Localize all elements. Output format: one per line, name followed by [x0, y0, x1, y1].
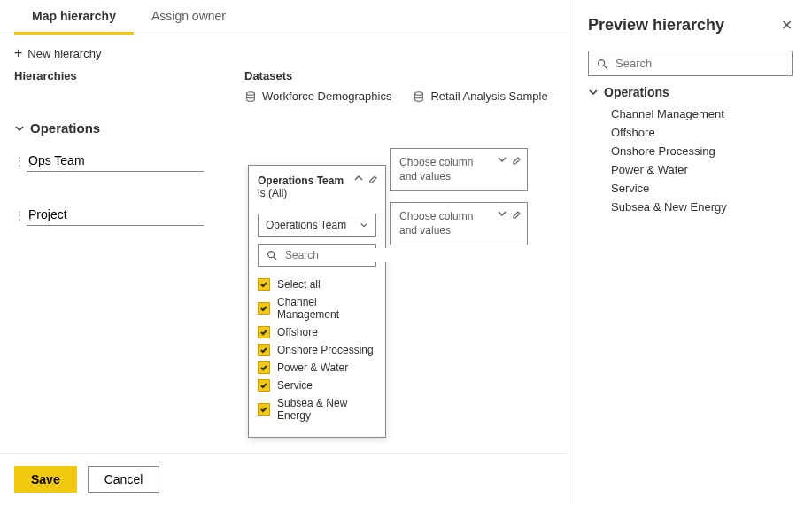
- filter-subtitle: is (All): [258, 187, 287, 199]
- choose-line2: and values: [399, 170, 451, 183]
- dataset-item[interactable]: Retail Analysis Sample: [413, 89, 547, 103]
- checkbox-icon: [258, 326, 270, 338]
- preview-search[interactable]: [588, 50, 793, 76]
- filter-option[interactable]: Service: [258, 377, 376, 394]
- column-headers: Hierarchies Datasets: [0, 66, 568, 89]
- tab-assign-owner[interactable]: Assign owner: [134, 0, 244, 35]
- drag-handle-icon[interactable]: ⋮⋮: [14, 202, 27, 221]
- filter-option[interactable]: Select all: [258, 276, 376, 293]
- hierarchy-toggle[interactable]: Operations: [14, 120, 553, 136]
- choose-line1: Choose column: [399, 210, 473, 222]
- eraser-icon[interactable]: [511, 208, 522, 219]
- dataset-item[interactable]: Workforce Demographics: [244, 89, 391, 103]
- tree-items: Channel Management Offshore Onshore Proc…: [588, 105, 793, 216]
- svg-point-4: [599, 59, 605, 66]
- tree-item[interactable]: Offshore: [588, 123, 793, 142]
- preview-panel: Preview hierarchy ✕ Operations Channel M…: [568, 0, 812, 505]
- datasets-header: Datasets: [244, 69, 292, 82]
- tree-item[interactable]: Subsea & New Energy: [588, 198, 793, 216]
- checkbox-icon: [258, 344, 270, 356]
- tree-root-toggle[interactable]: Operations: [588, 85, 793, 99]
- svg-line-3: [274, 257, 277, 260]
- dataset-icon: [413, 90, 425, 103]
- new-hierarchy-button[interactable]: + New hierarchy: [14, 46, 101, 60]
- svg-line-5: [604, 65, 607, 68]
- filter-option[interactable]: Channel Management: [258, 293, 376, 323]
- search-icon: [266, 249, 278, 261]
- choose-column-box[interactable]: Choose column and values: [390, 202, 528, 245]
- tree-item[interactable]: Channel Management: [588, 105, 793, 123]
- filter-title: Operations Team: [258, 175, 344, 187]
- choose-column-box[interactable]: Choose column and values: [390, 148, 528, 191]
- filter-option[interactable]: Power & Water: [258, 359, 376, 377]
- drag-handle-icon[interactable]: ⋮⋮: [14, 148, 27, 167]
- filter-option[interactable]: Offshore: [258, 323, 376, 341]
- svg-point-0: [247, 91, 255, 95]
- dataset-label: Workforce Demographics: [262, 89, 391, 103]
- chevron-down-icon[interactable]: [497, 154, 507, 165]
- hierarchy-name: Operations: [30, 120, 100, 136]
- filter-options-list: Select all Channel Management Offshore O…: [249, 270, 385, 437]
- search-icon: [596, 58, 608, 70]
- dataset-label: Retail Analysis Sample: [430, 89, 547, 103]
- svg-point-1: [415, 91, 423, 95]
- checkbox-icon: [258, 278, 270, 291]
- checkbox-icon: [258, 302, 270, 315]
- preview-search-input[interactable]: [614, 56, 785, 71]
- cancel-button[interactable]: Cancel: [88, 466, 160, 493]
- field-input[interactable]: [27, 202, 204, 226]
- plus-icon: +: [14, 46, 22, 60]
- checkbox-icon: [258, 379, 270, 392]
- chevron-up-icon[interactable]: [353, 173, 364, 183]
- tab-map-hierarchy[interactable]: Map hierarchy: [14, 0, 134, 35]
- tree-root-label: Operations: [604, 85, 669, 99]
- checkbox-icon: [258, 403, 270, 416]
- hierarchies-header: Hierarchies: [14, 69, 244, 82]
- filter-option[interactable]: Onshore Processing: [258, 341, 376, 359]
- chevron-down-icon: [360, 221, 368, 229]
- close-icon[interactable]: ✕: [781, 17, 793, 34]
- datasets-row: Workforce Demographics Retail Analysis S…: [0, 89, 568, 103]
- filter-column-select[interactable]: Operations Team: [258, 214, 376, 237]
- filter-title-row: Operations Team is (All): [249, 166, 385, 206]
- filter-search[interactable]: [258, 244, 376, 267]
- eraser-icon[interactable]: [511, 154, 522, 165]
- tabs: Map hierarchy Assign owner: [0, 0, 568, 35]
- filter-option[interactable]: Subsea & New Energy: [258, 394, 376, 424]
- filter-search-input[interactable]: [283, 248, 420, 262]
- filter-panel: Operations Team is (All) Operations Team…: [248, 165, 386, 438]
- choose-line2: and values: [399, 224, 451, 237]
- svg-point-2: [268, 252, 275, 258]
- chevron-down-icon[interactable]: [497, 208, 507, 219]
- chevron-down-icon: [14, 123, 25, 134]
- choose-line1: Choose column: [399, 156, 473, 168]
- field-input[interactable]: [27, 148, 204, 172]
- footer: Save Cancel: [0, 453, 568, 505]
- preview-title: Preview hierarchy: [588, 16, 724, 35]
- tree-item[interactable]: Power & Water: [588, 160, 793, 179]
- filter-select-value: Operations Team: [266, 219, 346, 231]
- save-button[interactable]: Save: [14, 466, 77, 493]
- new-hierarchy-label: New hierarchy: [27, 47, 101, 60]
- checkbox-icon: [258, 361, 270, 374]
- eraser-icon[interactable]: [367, 173, 378, 183]
- chevron-down-icon: [588, 87, 599, 97]
- dataset-icon: [244, 90, 257, 103]
- tree-item[interactable]: Service: [588, 179, 793, 198]
- tree-item[interactable]: Onshore Processing: [588, 142, 793, 160]
